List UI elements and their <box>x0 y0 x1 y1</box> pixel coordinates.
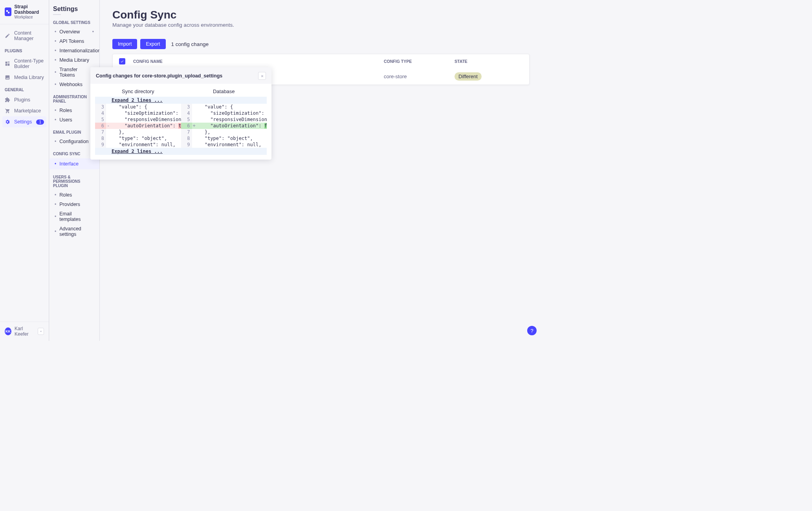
subnav-item[interactable]: Webhooks <box>53 80 95 89</box>
subnav-item[interactable]: Advanced settings <box>53 224 95 239</box>
diff-row: 3 "value": {3 "value": { <box>95 104 267 110</box>
primary-nav: Strapi Dashboard Workplace Content Manag… <box>0 0 49 341</box>
nav-content-manager[interactable]: Content Manager <box>0 28 49 44</box>
subnav-item[interactable]: Roles <box>53 190 95 200</box>
subnav-item-label: Advanced settings <box>59 226 94 237</box>
subnav-item-label: Transfer Tokens <box>59 67 94 78</box>
subnav-item-label: Media Library <box>59 57 89 63</box>
nav-content-type-builder[interactable]: Content-Type Builder <box>0 55 49 72</box>
subnav-item-label: Users <box>59 117 72 123</box>
nav-label: Settings <box>14 119 32 125</box>
nav-marketplace[interactable]: Marketplace <box>0 105 49 116</box>
diff-row: 7 },7 }, <box>95 129 267 135</box>
nav-plugins[interactable]: Plugins <box>0 94 49 105</box>
settings-badge: 1 <box>36 119 44 125</box>
select-all-checkbox[interactable] <box>119 58 125 64</box>
subnav-item[interactable]: Roles <box>53 106 95 115</box>
layout-icon <box>5 61 10 66</box>
user-name: Karl Keefer <box>15 326 35 337</box>
td-config-type: core-store <box>384 74 455 79</box>
subnav-item[interactable]: Users <box>53 115 95 125</box>
subnav-item[interactable]: Media Library <box>53 55 95 65</box>
svg-rect-1 <box>8 12 9 13</box>
close-icon <box>260 74 264 78</box>
nav-label: Content-Type Builder <box>14 58 44 69</box>
diff-table: Expand 2 lines ... 3 "value": {3 "value"… <box>95 97 267 155</box>
diff-left-header: Sync directory <box>95 88 181 94</box>
diff-row: 6- "autoOrientation": true6+ "autoOrient… <box>95 123 267 129</box>
subnav-section-label: Config Sync <box>53 152 95 156</box>
subnav-item-label: Configuration <box>59 139 88 144</box>
page-desc: Manage your database config across envir… <box>112 22 530 28</box>
diff-row: 8 "type": "object",8 "type": "object", <box>95 135 267 142</box>
help-button[interactable]: ? <box>527 326 537 335</box>
puzzle-icon <box>5 97 10 103</box>
chevron-left-icon <box>39 330 42 333</box>
modal-title: Config changes for core-store.plugin_upl… <box>96 73 222 79</box>
subnav-section-label: Administration Panel <box>53 95 95 103</box>
svg-rect-0 <box>6 10 8 12</box>
state-badge: Different <box>455 72 482 81</box>
nav-label: Marketplace <box>14 108 41 114</box>
expand-bottom[interactable]: Expand 2 lines ... <box>95 148 267 155</box>
nav-media-library[interactable]: Media Library <box>0 72 49 83</box>
section-plugins: Plugins <box>0 44 49 55</box>
subnav-section-label: Email Plugin <box>53 130 95 134</box>
subnav-item[interactable]: Email templates <box>53 209 95 224</box>
diff-right-header: Database <box>181 88 267 94</box>
subnav-item-label: Interface <box>59 161 79 167</box>
settings-subnav: Settings Global SettingsOverview•API Tok… <box>49 0 100 341</box>
dot-indicator: • <box>92 29 94 35</box>
change-count: 1 config change <box>171 41 209 47</box>
brand-logo <box>5 7 11 16</box>
subnav-item[interactable]: Providers <box>53 200 95 209</box>
subnav-item[interactable]: Interface <box>49 158 99 169</box>
subnav-item-label: Overview <box>59 29 80 35</box>
subnav-section-label: Users & Permissions plugin <box>53 175 95 188</box>
diff-row: 4 "sizeOptimization": true,4 "sizeOptimi… <box>95 110 267 116</box>
collapse-nav-button[interactable] <box>38 328 44 335</box>
nav-label: Content Manager <box>14 30 44 41</box>
subnav-item-label: Roles <box>59 192 72 198</box>
image-icon <box>5 75 10 80</box>
th-state: State <box>455 59 525 64</box>
pencil-icon <box>5 33 10 39</box>
subnav-title: Settings <box>53 6 95 13</box>
subnav-item[interactable]: API Tokens <box>53 37 95 46</box>
section-general: General <box>0 83 49 94</box>
diff-row: 5 "responsiveDimensions": true,5 "respon… <box>95 116 267 123</box>
subnav-item-label: Internationalization <box>59 48 100 53</box>
gear-icon <box>5 119 10 125</box>
diff-modal: Config changes for core-store.plugin_upl… <box>90 67 271 160</box>
page-title: Config Sync <box>112 9 530 21</box>
th-config-type: Config Type <box>384 59 455 64</box>
th-config-name: Config Name <box>133 59 384 64</box>
subnav-item-label: Providers <box>59 202 80 207</box>
brand[interactable]: Strapi Dashboard Workplace <box>0 0 49 24</box>
subnav-item[interactable]: Transfer Tokens <box>53 65 95 80</box>
nav-label: Plugins <box>14 97 30 103</box>
subnav-section-label: Global Settings <box>53 20 95 25</box>
subnav-item[interactable]: Overview• <box>53 27 95 37</box>
nav-label: Media Library <box>14 75 44 80</box>
export-button[interactable]: Export <box>140 39 165 49</box>
subnav-item[interactable]: Internationalization <box>53 46 95 55</box>
modal-close-button[interactable] <box>258 72 266 80</box>
cart-icon <box>5 108 10 114</box>
subnav-item-label: Roles <box>59 108 72 113</box>
nav-footer: KK Karl Keefer <box>0 322 49 341</box>
subnav-item-label: Email templates <box>59 211 94 222</box>
brand-title: Strapi Dashboard <box>15 4 44 15</box>
subnav-item-label: API Tokens <box>59 39 84 44</box>
subnav-item-label: Webhooks <box>59 82 82 87</box>
subnav-underline <box>53 14 61 15</box>
main-content: Config Sync Manage your database config … <box>100 0 542 341</box>
brand-subtitle: Workplace <box>15 15 44 19</box>
expand-top[interactable]: Expand 2 lines ... <box>95 97 267 104</box>
nav-settings[interactable]: Settings 1 <box>2 116 46 127</box>
import-button[interactable]: Import <box>112 39 137 49</box>
subnav-item[interactable]: Configuration <box>53 137 95 146</box>
avatar[interactable]: KK <box>5 327 11 335</box>
diff-row: 9 "environment": null,9 "environment": n… <box>95 142 267 148</box>
